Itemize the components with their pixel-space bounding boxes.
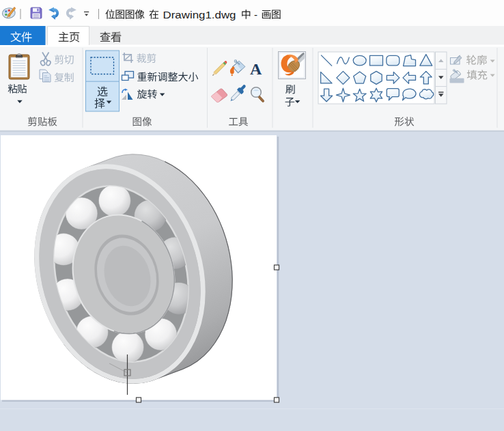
svg-text:A: A	[250, 60, 262, 78]
svg-text:Drawing1.dwg: Drawing1.dwg	[163, 9, 236, 20]
svg-text:-: -	[254, 9, 257, 20]
